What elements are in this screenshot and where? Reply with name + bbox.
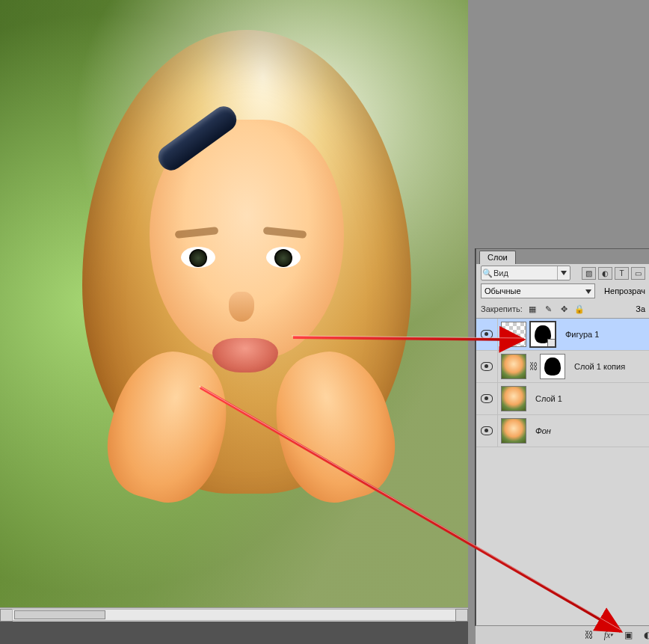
layer-thumbnail[interactable] bbox=[501, 322, 526, 347]
horizontal-scrollbar[interactable] bbox=[0, 607, 468, 622]
layer-row[interactable]: Фон bbox=[476, 415, 649, 447]
chevron-down-icon bbox=[585, 286, 591, 295]
adjustment-icon[interactable]: ◐ bbox=[642, 629, 649, 641]
layer-thumbnail[interactable] bbox=[501, 418, 526, 444]
layer-name[interactable]: Фон bbox=[529, 426, 551, 435]
lock-pixels-icon[interactable]: ▦ bbox=[527, 304, 538, 315]
layers-panel: Слои 🔍 Вид ▧ ◐ T ▭ Обычные Непрозра bbox=[476, 248, 649, 626]
layer-row[interactable]: Слой 1 bbox=[476, 383, 649, 415]
layer-name[interactable]: Слой 1 копия bbox=[568, 362, 625, 371]
layer-mask-thumbnail[interactable] bbox=[540, 354, 565, 379]
fill-label: За bbox=[636, 304, 645, 313]
vector-badge-icon bbox=[547, 339, 556, 348]
layer-name[interactable]: Фигура 1 bbox=[559, 330, 599, 339]
opacity-label: Непрозрач bbox=[604, 286, 645, 295]
scroll-left-button[interactable] bbox=[0, 609, 13, 622]
tab-layers[interactable]: Слои bbox=[479, 251, 516, 264]
link-icon[interactable]: ⛓ bbox=[583, 629, 595, 641]
shape-icon[interactable]: ▭ bbox=[631, 267, 645, 280]
blend-mode-select[interactable]: Обычные bbox=[481, 283, 595, 298]
layer-thumbnail[interactable] bbox=[501, 386, 526, 411]
visibility-toggle[interactable] bbox=[476, 383, 498, 414]
scroll-right-button[interactable] bbox=[455, 609, 468, 622]
chevron-down-icon bbox=[557, 266, 570, 280]
type-icon[interactable]: T bbox=[615, 267, 629, 280]
layer-filter-row: 🔍 Вид ▧ ◐ T ▭ bbox=[476, 264, 649, 282]
filter-kind-select[interactable]: 🔍 Вид bbox=[481, 266, 570, 280]
image-icon[interactable]: ▧ bbox=[582, 267, 596, 280]
lock-all-icon[interactable]: 🔒 bbox=[574, 304, 585, 315]
eye-icon bbox=[481, 330, 493, 339]
document-canvas[interactable] bbox=[0, 0, 476, 621]
filter-kind-icons: ▧ ◐ T ▭ bbox=[582, 267, 645, 280]
visibility-toggle[interactable] bbox=[476, 415, 498, 447]
lock-brush-icon[interactable]: ✎ bbox=[543, 304, 554, 315]
adjustment-icon[interactable]: ◐ bbox=[598, 267, 612, 280]
layer-row[interactable]: Фигура 1 bbox=[476, 319, 649, 351]
app-gutter bbox=[468, 0, 476, 644]
layers-list: Фигура 1 ⛓ Слой 1 копия Слой 1 bbox=[476, 318, 649, 447]
eye-icon bbox=[481, 426, 493, 435]
panel-tabbar: Слои bbox=[476, 249, 649, 264]
document-image bbox=[0, 0, 468, 607]
layer-name[interactable]: Слой 1 bbox=[529, 394, 562, 403]
lock-position-icon[interactable]: ✥ bbox=[559, 304, 570, 315]
layers-bottom-bar: ⛓ fx▾ ▣ ◐ bbox=[476, 625, 649, 644]
filter-kind-label: Вид bbox=[493, 269, 557, 277]
link-icon[interactable]: ⛓ bbox=[529, 361, 537, 372]
app-background bbox=[476, 0, 649, 248]
mask-icon[interactable]: ▣ bbox=[622, 629, 634, 641]
visibility-toggle[interactable] bbox=[476, 319, 498, 350]
visibility-toggle[interactable] bbox=[476, 351, 498, 382]
blend-opacity-row: Обычные Непрозрач bbox=[476, 282, 649, 300]
eye-icon bbox=[481, 362, 493, 371]
lock-label: Закрепить: bbox=[481, 304, 523, 313]
fx-icon[interactable]: fx▾ bbox=[603, 629, 615, 641]
layer-thumbnail[interactable] bbox=[501, 354, 526, 379]
layer-row[interactable]: ⛓ Слой 1 копия bbox=[476, 351, 649, 383]
vector-mask-thumbnail[interactable] bbox=[529, 321, 556, 348]
eye-icon bbox=[481, 394, 493, 403]
scroll-thumb[interactable] bbox=[14, 610, 105, 619]
lock-row: Закрепить: ▦ ✎ ✥ 🔒 За bbox=[476, 300, 649, 318]
blend-mode-value: Обычные bbox=[485, 286, 521, 295]
search-icon: 🔍 bbox=[482, 269, 493, 278]
